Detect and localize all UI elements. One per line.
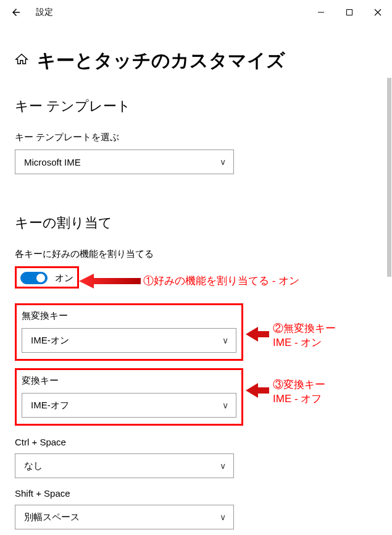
minimize-button[interactable] — [307, 2, 335, 22]
annotation-text-1: ①好みの機能を割り当てる - オン — [143, 274, 299, 289]
assign-toggle[interactable] — [20, 272, 48, 284]
muhenkan-label: 無変換キー — [22, 310, 236, 322]
henkan-value: IME-オフ — [31, 400, 69, 411]
maximize-button[interactable] — [335, 2, 364, 22]
annotation-text-3-line1: ③変換キー — [273, 379, 325, 390]
shiftspace-value: 別幅スペース — [24, 512, 80, 523]
svg-marker-4 — [246, 383, 269, 398]
chevron-down-icon: ∨ — [220, 461, 226, 471]
annotation-text-3-line2: IME - オフ — [273, 393, 322, 405]
toggle-knob — [36, 274, 45, 282]
svg-marker-3 — [246, 327, 269, 342]
arrow-left-icon — [10, 7, 22, 18]
annotation-box-1: オン — [15, 266, 79, 289]
window-controls — [307, 2, 392, 22]
annotation-box-3: 変換キー IME-オフ ∨ — [15, 368, 243, 426]
section-title-template: キー テンプレート — [15, 97, 377, 116]
muhenkan-dropdown[interactable]: IME-オン ∨ — [22, 328, 236, 353]
template-dropdown[interactable]: Microsoft IME ∨ — [15, 150, 234, 174]
home-icon[interactable] — [15, 53, 28, 69]
ctrlspace-value: なし — [24, 460, 43, 472]
svg-rect-0 — [318, 12, 324, 13]
ctrlspace-label: Ctrl + Space — [15, 437, 377, 447]
close-icon — [374, 9, 382, 16]
close-button[interactable] — [364, 2, 392, 22]
toggle-state-label: オン — [55, 272, 73, 284]
scrollbar-thumb[interactable] — [387, 78, 391, 277]
annotation-text-2-line1: ②無変換キー — [273, 322, 336, 334]
shiftspace-label: Shift + Space — [15, 488, 377, 499]
annotation-text-3: ③変換キー IME - オフ — [273, 378, 325, 407]
annotation-text-2: ②無変換キー IME - オン — [273, 322, 336, 350]
template-label: キー テンプレートを選ぶ — [15, 132, 377, 143]
window-title: 設定 — [36, 7, 53, 18]
section-title-assignment: キーの割り当て — [15, 214, 377, 232]
title-bar: 設定 — [0, 0, 392, 25]
maximize-icon — [346, 9, 353, 16]
page-header: キーとタッチのカスタマイズ — [15, 48, 377, 74]
chevron-down-icon: ∨ — [222, 400, 228, 410]
shiftspace-dropdown[interactable]: 別幅スペース ∨ — [15, 505, 234, 529]
back-button[interactable] — [5, 1, 27, 23]
annotation-arrow-3 — [246, 382, 269, 399]
ctrlspace-dropdown[interactable]: なし ∨ — [15, 453, 234, 478]
annotation-arrow-1 — [79, 272, 141, 290]
henkan-label: 変換キー — [22, 375, 236, 387]
annotation-arrow-2 — [246, 326, 269, 343]
chevron-down-icon: ∨ — [220, 512, 226, 522]
chevron-down-icon: ∨ — [222, 335, 228, 345]
svg-marker-2 — [79, 274, 141, 289]
chevron-down-icon: ∨ — [220, 157, 226, 167]
henkan-dropdown[interactable]: IME-オフ ∨ — [22, 393, 236, 418]
assignment-label: 各キーに好みの機能を割り当てる — [15, 248, 377, 260]
ctrlspace-block: Ctrl + Space なし ∨ — [15, 437, 377, 478]
template-value: Microsoft IME — [24, 157, 81, 167]
annotation-box-2: 無変換キー IME-オン ∨ — [15, 303, 243, 361]
svg-rect-1 — [347, 10, 352, 15]
page-title: キーとタッチのカスタマイズ — [37, 48, 285, 74]
shiftspace-block: Shift + Space 別幅スペース ∨ — [15, 488, 377, 529]
minimize-icon — [317, 9, 325, 16]
annotation-text-2-line2: IME - オン — [273, 337, 322, 348]
muhenkan-value: IME-オン — [31, 335, 69, 347]
